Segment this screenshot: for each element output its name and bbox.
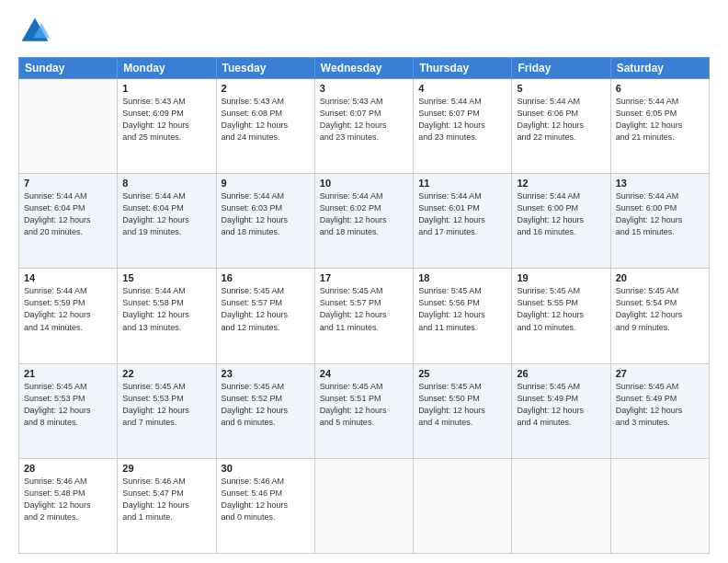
day-info: Sunrise: 5:45 AM Sunset: 5:53 PM Dayligh… (24, 381, 112, 429)
calendar-cell (414, 458, 512, 553)
day-info: Sunrise: 5:45 AM Sunset: 5:53 PM Dayligh… (122, 381, 210, 429)
day-info: Sunrise: 5:45 AM Sunset: 5:57 PM Dayligh… (222, 285, 310, 333)
calendar-cell: 7Sunrise: 5:44 AM Sunset: 6:04 PM Daylig… (19, 174, 118, 269)
day-info: Sunrise: 5:45 AM Sunset: 5:57 PM Dayligh… (320, 285, 408, 333)
calendar-week-row: 1Sunrise: 5:43 AM Sunset: 6:09 PM Daylig… (19, 79, 710, 174)
day-number: 13 (616, 178, 704, 189)
calendar-cell: 16Sunrise: 5:45 AM Sunset: 5:57 PM Dayli… (216, 269, 314, 363)
day-info: Sunrise: 5:46 AM Sunset: 5:48 PM Dayligh… (24, 476, 112, 523)
day-number: 1 (122, 83, 210, 94)
calendar-cell: 12Sunrise: 5:44 AM Sunset: 6:00 PM Dayli… (512, 174, 610, 269)
day-number: 5 (517, 83, 605, 94)
day-number: 16 (222, 272, 310, 283)
calendar-cell: 25Sunrise: 5:45 AM Sunset: 5:50 PM Dayli… (414, 363, 512, 458)
calendar-cell: 3Sunrise: 5:43 AM Sunset: 6:07 PM Daylig… (314, 79, 413, 174)
calendar-week-row: 28Sunrise: 5:46 AM Sunset: 5:48 PM Dayli… (19, 458, 710, 553)
day-number: 15 (122, 272, 210, 283)
calendar-cell: 26Sunrise: 5:45 AM Sunset: 5:49 PM Dayli… (512, 363, 610, 458)
calendar-cell: 8Sunrise: 5:44 AM Sunset: 6:04 PM Daylig… (118, 174, 216, 269)
weekday-header: Sunday (19, 58, 118, 79)
calendar-cell: 15Sunrise: 5:44 AM Sunset: 5:58 PM Dayli… (118, 269, 216, 363)
day-number: 6 (616, 83, 704, 94)
calendar-header-row: SundayMondayTuesdayWednesdayThursdayFrid… (19, 58, 710, 79)
calendar-cell: 23Sunrise: 5:45 AM Sunset: 5:52 PM Dayli… (216, 363, 314, 458)
calendar-cell (512, 458, 610, 553)
calendar-week-row: 7Sunrise: 5:44 AM Sunset: 6:04 PM Daylig… (19, 174, 710, 269)
day-info: Sunrise: 5:44 AM Sunset: 6:00 PM Dayligh… (616, 190, 704, 238)
day-info: Sunrise: 5:44 AM Sunset: 5:59 PM Dayligh… (24, 285, 112, 333)
day-info: Sunrise: 5:45 AM Sunset: 5:52 PM Dayligh… (222, 381, 310, 429)
day-info: Sunrise: 5:46 AM Sunset: 5:46 PM Dayligh… (222, 476, 310, 523)
calendar-cell: 18Sunrise: 5:45 AM Sunset: 5:56 PM Dayli… (414, 269, 512, 363)
calendar-cell: 10Sunrise: 5:44 AM Sunset: 6:02 PM Dayli… (314, 174, 413, 269)
day-info: Sunrise: 5:45 AM Sunset: 5:51 PM Dayligh… (320, 381, 408, 429)
day-number: 27 (616, 368, 704, 379)
calendar-cell: 22Sunrise: 5:45 AM Sunset: 5:53 PM Dayli… (118, 363, 216, 458)
logo (18, 15, 57, 48)
day-number: 30 (222, 463, 310, 474)
page: SundayMondayTuesdayWednesdayThursdayFrid… (0, 0, 728, 563)
calendar-cell: 11Sunrise: 5:44 AM Sunset: 6:01 PM Dayli… (414, 174, 512, 269)
day-number: 8 (122, 178, 210, 189)
calendar-week-row: 21Sunrise: 5:45 AM Sunset: 5:53 PM Dayli… (19, 363, 710, 458)
calendar-cell: 9Sunrise: 5:44 AM Sunset: 6:03 PM Daylig… (216, 174, 314, 269)
calendar-cell: 24Sunrise: 5:45 AM Sunset: 5:51 PM Dayli… (314, 363, 413, 458)
calendar-cell (19, 79, 118, 174)
day-number: 3 (320, 83, 408, 94)
day-number: 10 (320, 178, 408, 189)
day-info: Sunrise: 5:45 AM Sunset: 5:54 PM Dayligh… (616, 285, 704, 333)
day-number: 22 (122, 368, 210, 379)
day-info: Sunrise: 5:44 AM Sunset: 6:03 PM Dayligh… (222, 190, 310, 238)
day-number: 29 (122, 463, 210, 474)
day-number: 9 (222, 178, 310, 189)
day-number: 12 (517, 178, 605, 189)
day-info: Sunrise: 5:44 AM Sunset: 6:05 PM Dayligh… (616, 96, 704, 144)
header (18, 15, 710, 48)
day-info: Sunrise: 5:44 AM Sunset: 5:58 PM Dayligh… (122, 285, 210, 333)
day-number: 11 (418, 178, 506, 189)
weekday-header: Friday (512, 58, 610, 79)
calendar-cell: 17Sunrise: 5:45 AM Sunset: 5:57 PM Dayli… (314, 269, 413, 363)
calendar-cell: 2Sunrise: 5:43 AM Sunset: 6:08 PM Daylig… (216, 79, 314, 174)
calendar-cell: 5Sunrise: 5:44 AM Sunset: 6:06 PM Daylig… (512, 79, 610, 174)
weekday-header: Monday (118, 58, 216, 79)
day-info: Sunrise: 5:44 AM Sunset: 6:04 PM Dayligh… (24, 190, 112, 238)
day-info: Sunrise: 5:45 AM Sunset: 5:55 PM Dayligh… (517, 285, 605, 333)
day-number: 18 (418, 272, 506, 283)
calendar-cell: 4Sunrise: 5:44 AM Sunset: 6:07 PM Daylig… (414, 79, 512, 174)
day-info: Sunrise: 5:43 AM Sunset: 6:09 PM Dayligh… (122, 96, 210, 144)
weekday-header: Saturday (610, 58, 709, 79)
calendar-cell: 1Sunrise: 5:43 AM Sunset: 6:09 PM Daylig… (118, 79, 216, 174)
day-number: 23 (222, 368, 310, 379)
calendar-cell: 29Sunrise: 5:46 AM Sunset: 5:47 PM Dayli… (118, 458, 216, 553)
day-number: 4 (418, 83, 506, 94)
day-number: 17 (320, 272, 408, 283)
calendar-cell: 6Sunrise: 5:44 AM Sunset: 6:05 PM Daylig… (610, 79, 709, 174)
calendar-cell: 20Sunrise: 5:45 AM Sunset: 5:54 PM Dayli… (610, 269, 709, 363)
day-number: 19 (517, 272, 605, 283)
calendar-cell: 28Sunrise: 5:46 AM Sunset: 5:48 PM Dayli… (19, 458, 118, 553)
day-info: Sunrise: 5:43 AM Sunset: 6:08 PM Dayligh… (222, 96, 310, 144)
day-info: Sunrise: 5:45 AM Sunset: 5:56 PM Dayligh… (418, 285, 506, 333)
day-info: Sunrise: 5:44 AM Sunset: 6:00 PM Dayligh… (517, 190, 605, 238)
calendar-cell: 14Sunrise: 5:44 AM Sunset: 5:59 PM Dayli… (19, 269, 118, 363)
calendar-cell: 19Sunrise: 5:45 AM Sunset: 5:55 PM Dayli… (512, 269, 610, 363)
weekday-header: Tuesday (216, 58, 314, 79)
day-number: 14 (24, 272, 112, 283)
calendar-cell: 13Sunrise: 5:44 AM Sunset: 6:00 PM Dayli… (610, 174, 709, 269)
day-number: 21 (24, 368, 112, 379)
calendar-cell: 27Sunrise: 5:45 AM Sunset: 5:49 PM Dayli… (610, 363, 709, 458)
calendar-cell (610, 458, 709, 553)
weekday-header: Wednesday (314, 58, 413, 79)
day-number: 28 (24, 463, 112, 474)
day-info: Sunrise: 5:45 AM Sunset: 5:49 PM Dayligh… (616, 381, 704, 429)
day-info: Sunrise: 5:44 AM Sunset: 6:04 PM Dayligh… (122, 190, 210, 238)
calendar-week-row: 14Sunrise: 5:44 AM Sunset: 5:59 PM Dayli… (19, 269, 710, 363)
day-info: Sunrise: 5:44 AM Sunset: 6:01 PM Dayligh… (418, 190, 506, 238)
day-info: Sunrise: 5:44 AM Sunset: 6:02 PM Dayligh… (320, 190, 408, 238)
day-info: Sunrise: 5:44 AM Sunset: 6:07 PM Dayligh… (418, 96, 506, 144)
day-info: Sunrise: 5:45 AM Sunset: 5:50 PM Dayligh… (418, 381, 506, 429)
day-number: 25 (418, 368, 506, 379)
day-info: Sunrise: 5:46 AM Sunset: 5:47 PM Dayligh… (122, 476, 210, 523)
logo-icon (18, 15, 51, 48)
